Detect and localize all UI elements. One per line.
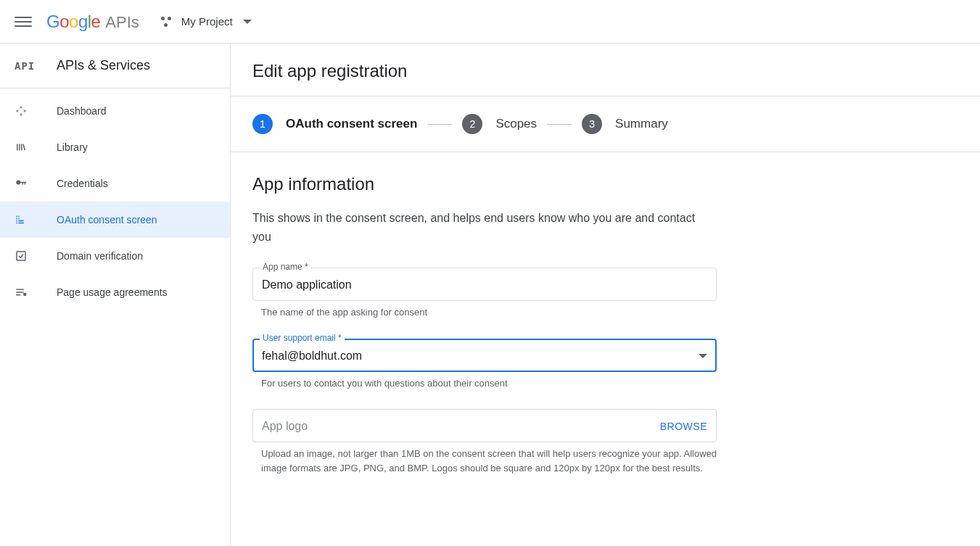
browse-button[interactable]: BROWSE <box>660 421 707 432</box>
form-area: App information This shows in the consen… <box>231 152 980 516</box>
app-logo-helper: Upload an image, not larger than 1MB on … <box>261 447 725 475</box>
step-number: 2 <box>462 114 482 134</box>
top-header: Google APIs My Project <box>0 0 980 44</box>
api-icon: API <box>15 60 44 72</box>
sidebar-item-label: OAuth consent screen <box>57 214 157 226</box>
step-scopes[interactable]: 2 Scopes <box>462 114 537 134</box>
step-number: 1 <box>252 114 273 134</box>
app-name-label: App name * <box>260 262 311 272</box>
step-oauth-consent[interactable]: 1 OAuth consent screen <box>252 114 417 134</box>
sidebar-item-label: Page usage agreements <box>57 286 168 298</box>
sidebar-item-label: Library <box>57 141 88 153</box>
chevron-down-icon <box>243 20 252 24</box>
settings-list-icon <box>15 286 44 299</box>
google-apis-logo[interactable]: Google APIs <box>46 12 139 32</box>
step-label: Scopes <box>495 117 537 131</box>
section-description: This shows in the consent screen, and he… <box>252 209 717 246</box>
support-email-field[interactable]: User support email * fehal@boldhut.com <box>252 339 717 372</box>
app-name-value: Demo application <box>262 278 352 291</box>
app-name-field[interactable]: App name * Demo application <box>252 268 717 301</box>
sidebar-item-label: Domain verification <box>57 250 143 262</box>
sidebar-title[interactable]: API APIs & Services <box>0 44 230 88</box>
step-number: 3 <box>582 114 602 134</box>
content-area: Edit app registration 1 OAuth consent sc… <box>231 44 980 546</box>
check-icon <box>15 249 44 262</box>
menu-icon[interactable] <box>15 13 32 30</box>
project-selector[interactable]: My Project <box>154 11 258 33</box>
sidebar-item-domain-verification[interactable]: Domain verification <box>0 238 230 274</box>
step-label: Summary <box>615 117 668 131</box>
key-icon <box>15 177 44 190</box>
stepper: 1 OAuth consent screen 2 Scopes 3 Summar… <box>231 96 980 152</box>
section-title: App information <box>252 174 958 194</box>
library-icon <box>15 141 44 154</box>
step-separator <box>547 124 572 125</box>
project-name: My Project <box>181 15 233 28</box>
sidebar-item-page-usage[interactable]: Page usage agreements <box>0 274 230 310</box>
sidebar-title-text: APIs & Services <box>57 58 150 73</box>
step-label: OAuth consent screen <box>286 117 417 131</box>
svg-rect-0 <box>17 252 25 260</box>
sidebar-item-label: Credentials <box>57 178 108 189</box>
sidebar-item-dashboard[interactable]: Dashboard <box>0 93 230 129</box>
sidebar: API APIs & Services Dashboard Library <box>0 44 231 546</box>
sidebar-item-library[interactable]: Library <box>0 129 230 165</box>
sidebar-item-credentials[interactable]: Credentials <box>0 165 230 202</box>
support-email-helper: For users to contact you with questions … <box>261 376 725 391</box>
step-summary[interactable]: 3 Summary <box>582 114 668 134</box>
support-email-value: fehal@boldhut.com <box>262 349 362 363</box>
page-title: Edit app registration <box>231 44 980 96</box>
app-logo-field[interactable]: App logo BROWSE <box>252 409 717 442</box>
consent-icon <box>15 213 44 226</box>
main-layout: API APIs & Services Dashboard Library <box>0 44 980 546</box>
support-email-label: User support email * <box>260 333 345 343</box>
app-logo-label: App logo <box>262 420 308 433</box>
chevron-down-icon <box>699 354 707 358</box>
app-name-helper: The name of the app asking for consent <box>261 305 725 320</box>
step-separator <box>427 124 452 125</box>
diamond-icon <box>15 104 44 117</box>
sidebar-item-label: Dashboard <box>57 105 107 117</box>
sidebar-item-oauth-consent[interactable]: OAuth consent screen <box>0 202 230 238</box>
project-icon <box>160 15 173 28</box>
